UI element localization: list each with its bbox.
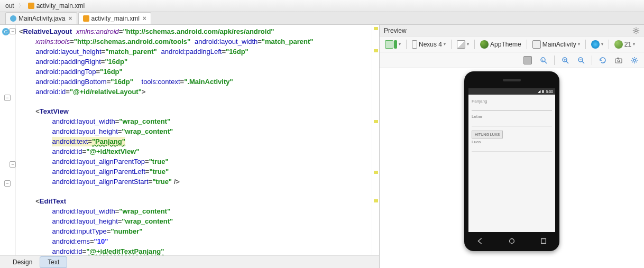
fold-toggle[interactable]: − bbox=[4, 180, 11, 187]
warning-marker[interactable] bbox=[374, 171, 378, 174]
design-text-switcher: Design Text bbox=[0, 255, 379, 268]
preview-title: Preview bbox=[384, 27, 407, 34]
textview-luas: Luas bbox=[472, 140, 552, 144]
device-label: Nexus 4 bbox=[419, 41, 442, 48]
svg-rect-16 bbox=[541, 239, 546, 244]
preview-header: Preview bbox=[380, 25, 644, 36]
refresh-button[interactable] bbox=[596, 55, 609, 66]
svg-text:1: 1 bbox=[542, 58, 544, 61]
edittext-luas[interactable] bbox=[472, 145, 552, 152]
code-editor[interactable]: C − − − − <RelativeLayout xmlns:android=… bbox=[0, 25, 379, 255]
settings-button[interactable] bbox=[628, 55, 641, 66]
rotate-icon bbox=[457, 40, 465, 49]
tab-design[interactable]: Design bbox=[5, 257, 40, 267]
preview-canvas[interactable]: ◢ ▮ 5:00 Panjang Lebar HITUNG LUAS Luas bbox=[380, 68, 644, 268]
gear-icon[interactable] bbox=[632, 27, 640, 34]
warning-marker[interactable] bbox=[374, 120, 378, 123]
svg-rect-13 bbox=[617, 58, 619, 59]
preview-toolbar-2: 1 bbox=[380, 52, 644, 68]
fold-toggle[interactable]: − bbox=[10, 28, 16, 34]
screenshot-button[interactable] bbox=[612, 55, 625, 66]
activity-selector[interactable]: MainActivity▾ bbox=[530, 39, 582, 50]
fold-end[interactable]: − bbox=[10, 161, 16, 168]
edittext-panjang[interactable] bbox=[472, 105, 552, 111]
zoom-out-icon bbox=[577, 56, 585, 64]
zoom-fit-button[interactable] bbox=[521, 55, 534, 66]
svg-line-5 bbox=[566, 61, 568, 63]
globe-icon bbox=[591, 40, 600, 49]
svg-point-0 bbox=[635, 29, 637, 31]
editor-pane: C − − − − <RelativeLayout xmlns:android=… bbox=[0, 25, 380, 268]
app-relativelayout: Panjang Lebar HITUNG LUAS Luas bbox=[468, 95, 555, 155]
locale-selector[interactable]: ▾ bbox=[589, 39, 605, 50]
api-selector[interactable]: 21▾ bbox=[612, 39, 637, 50]
device-frame: ◢ ▮ 5:00 Panjang Lebar HITUNG LUAS Luas bbox=[464, 71, 559, 251]
textview-lebar: Lebar bbox=[472, 114, 552, 119]
file-tabs: MainActivity.java × activity_main.xml × bbox=[0, 12, 644, 25]
breadcrumb: out 〉 activity_main.xml bbox=[2, 1, 88, 11]
edittext-lebar[interactable] bbox=[472, 120, 552, 126]
theme-selector[interactable]: AppTheme bbox=[478, 39, 523, 50]
viewport-icon bbox=[385, 40, 393, 49]
refresh-icon bbox=[599, 56, 607, 64]
orientation-button[interactable]: ▾ bbox=[455, 39, 471, 50]
plus-icon bbox=[394, 40, 397, 49]
device-screen: ◢ ▮ 5:00 Panjang Lebar HITUNG LUAS Luas bbox=[468, 88, 555, 232]
java-class-icon bbox=[10, 15, 16, 22]
activity-icon bbox=[532, 40, 541, 49]
device-selector[interactable]: Nexus 4▾ bbox=[410, 39, 448, 50]
viewport-config-button[interactable]: ▾ bbox=[383, 39, 403, 50]
tab-label: MainActivity.java bbox=[19, 15, 65, 22]
warning-marker[interactable] bbox=[374, 27, 378, 30]
tab-mainactivity-java[interactable]: MainActivity.java × bbox=[5, 12, 77, 24]
close-icon[interactable]: × bbox=[68, 15, 72, 22]
gear-icon bbox=[630, 56, 639, 64]
xml-file-icon bbox=[28, 3, 34, 9]
warning-marker[interactable] bbox=[374, 49, 378, 52]
status-bar: ◢ ▮ 5:00 bbox=[468, 88, 555, 95]
zoom-actual-icon: 1 bbox=[539, 56, 548, 64]
theme-label: AppTheme bbox=[490, 41, 521, 48]
recent-icon[interactable] bbox=[540, 237, 547, 245]
gutter: C − − − − bbox=[0, 25, 16, 255]
zoom-in-button[interactable] bbox=[559, 55, 572, 66]
warning-marker[interactable] bbox=[374, 199, 378, 202]
breadcrumb-bar: out 〉 activity_main.xml bbox=[0, 0, 644, 12]
marker-bar bbox=[372, 25, 379, 255]
main-split: C − − − − <RelativeLayout xmlns:android=… bbox=[0, 25, 644, 268]
tab-label: activity_main.xml bbox=[91, 15, 140, 22]
activity-label: MainActivity bbox=[542, 41, 576, 48]
xml-file-icon bbox=[83, 15, 89, 22]
device-nav-bar bbox=[464, 235, 559, 247]
svg-point-15 bbox=[510, 239, 514, 244]
tab-activity-main-xml[interactable]: activity_main.xml × bbox=[78, 12, 151, 24]
back-icon[interactable] bbox=[476, 237, 484, 245]
home-icon[interactable] bbox=[508, 237, 516, 245]
fold-toggle[interactable]: − bbox=[4, 95, 11, 101]
api-label: 21 bbox=[624, 41, 631, 48]
button-hitung-luas[interactable]: HITUNG LUAS bbox=[472, 131, 503, 138]
close-icon[interactable]: × bbox=[143, 15, 146, 22]
code-text[interactable]: <RelativeLayout xmlns:android="http://sc… bbox=[16, 25, 372, 255]
svg-point-14 bbox=[633, 59, 636, 61]
zoom-actual-button[interactable]: 1 bbox=[537, 55, 550, 66]
svg-rect-11 bbox=[615, 59, 622, 63]
breadcrumb-item-label: out bbox=[5, 2, 14, 10]
breadcrumb-item-layout[interactable]: out bbox=[2, 1, 17, 11]
zoom-out-button[interactable] bbox=[575, 55, 587, 66]
breadcrumb-item-file[interactable]: activity_main.xml bbox=[25, 1, 88, 11]
device-speaker bbox=[503, 79, 521, 81]
fit-screen-icon bbox=[523, 56, 532, 64]
camera-icon bbox=[614, 56, 623, 64]
battery-icon: ▮ bbox=[542, 89, 544, 94]
preview-pane: Preview ▾ Nexus 4▾ ▾ AppTheme MainActivi… bbox=[380, 25, 644, 268]
android-icon bbox=[614, 40, 623, 49]
status-time: 5:00 bbox=[546, 90, 553, 94]
preview-toolbar-1: ▾ Nexus 4▾ ▾ AppTheme MainActivity▾ ▾ 21… bbox=[380, 36, 644, 52]
breadcrumb-item-label: activity_main.xml bbox=[36, 2, 85, 10]
chevron-right-icon: 〉 bbox=[19, 2, 24, 10]
tab-text[interactable]: Text bbox=[40, 256, 67, 268]
svg-line-2 bbox=[545, 61, 547, 63]
theme-icon bbox=[480, 40, 489, 49]
signal-icon: ◢ bbox=[538, 89, 540, 94]
